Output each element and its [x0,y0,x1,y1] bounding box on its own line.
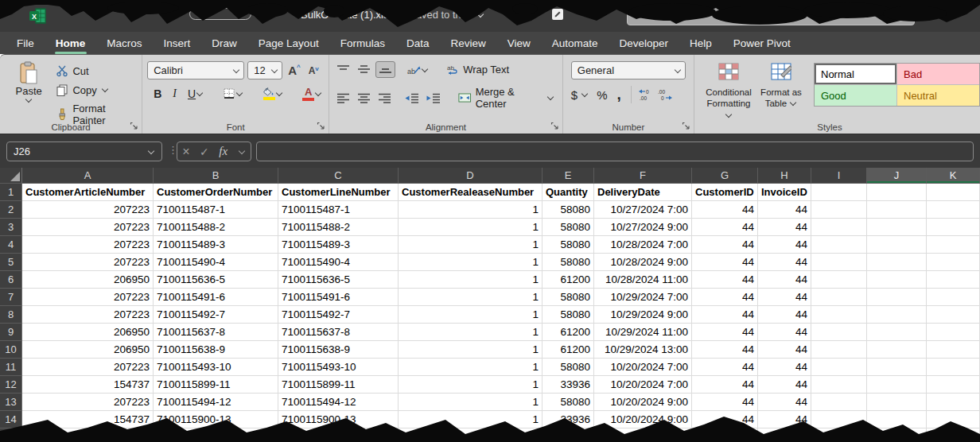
cell-A9[interactable]: 206950 [22,324,154,341]
cell-B7[interactable]: 7100115491-6 [154,289,278,306]
cell-F1[interactable]: DeliveryDate [594,184,692,201]
formula-input[interactable] [256,142,974,161]
cell-D3[interactable]: 1 [399,219,542,236]
tab-power-pivot[interactable]: Power Pivot [733,34,791,52]
style-good[interactable]: Good [815,85,896,106]
copy-button[interactable]: Copy [52,82,142,98]
cell-G2[interactable]: 44 [692,201,758,219]
cell-E5[interactable]: 58080 [542,254,594,271]
tab-page-layout[interactable]: Page Layout [258,34,320,52]
tab-home[interactable]: Home [55,34,87,52]
cell-I14[interactable] [811,411,867,428]
cell-J5[interactable] [867,254,927,271]
cell-C4[interactable]: 7100115489-3 [278,236,399,254]
cell-E8[interactable]: 58080 [542,306,594,324]
format-as-table-chevron-icon[interactable] [790,99,796,106]
cell-G6[interactable]: 44 [692,271,758,289]
cell-K8[interactable] [927,306,980,324]
insert-function-icon[interactable]: fx [219,145,228,158]
style-normal[interactable]: Normal [815,64,896,84]
cell-I11[interactable] [811,359,867,376]
copy-menu-chevron-icon[interactable] [101,86,107,92]
cell-I2[interactable] [811,201,867,219]
underline-button[interactable]: U [183,87,208,101]
cell-G8[interactable]: 44 [692,306,758,324]
cell-I10[interactable] [811,341,867,359]
cell-G9[interactable]: 44 [692,324,758,341]
cell-G5[interactable]: 44 [692,254,758,271]
cell-D13[interactable]: 1 [399,394,542,411]
cell-B2[interactable]: 7100115487-1 [154,201,278,219]
cell-E9[interactable]: 61200 [542,324,594,341]
bold-button[interactable]: B [149,87,166,101]
cell-J9[interactable] [867,324,927,341]
decrease-indent-button[interactable] [402,91,422,106]
cell-I13[interactable] [811,394,867,411]
editing-mode-icon[interactable] [551,8,564,21]
cell-D14[interactable]: 1 [399,411,542,428]
row-header-3[interactable]: 3 [0,219,22,236]
tab-formulas[interactable]: Formulas [340,34,386,52]
cell-J3[interactable] [867,219,927,236]
cell-H7[interactable]: 44 [758,289,811,306]
cell-I4[interactable] [811,236,867,254]
cell-K9[interactable] [927,324,980,341]
cell-D4[interactable]: 1 [399,236,542,254]
font-dialog-launcher[interactable] [317,122,325,130]
cell-B5[interactable]: 7100115490-4 [154,254,278,271]
cell-K14[interactable] [927,411,980,428]
cell-C5[interactable]: 7100115490-4 [278,254,399,271]
cell-I8[interactable] [811,306,867,324]
tab-developer[interactable]: Developer [619,34,670,52]
cell-J12[interactable] [867,376,927,394]
conditional-formatting-chevron-icon[interactable] [725,111,732,118]
column-header-H[interactable]: H [758,168,811,184]
row-header-11[interactable]: 11 [0,359,22,376]
cell-K12[interactable] [927,376,980,394]
align-center-button[interactable] [355,91,373,106]
increase-font-button[interactable]: A^ [286,64,303,77]
row-header-14[interactable]: 14 [0,411,22,428]
cell-G11[interactable]: 44 [692,359,758,376]
cell-H2[interactable]: 44 [758,201,811,219]
column-header-K[interactable]: K [927,168,980,184]
cell-H12[interactable]: 44 [758,376,811,394]
row-header-10[interactable]: 10 [0,341,22,359]
cell-F6[interactable]: 10/28/2024 11:00 [594,271,692,289]
cell-K1[interactable] [927,184,980,201]
tab-help[interactable]: Help [689,34,713,52]
font-color-chevron-icon[interactable] [315,90,321,96]
column-header-C[interactable]: C [278,168,399,184]
autosave-toggle[interactable] [189,8,251,20]
cell-K11[interactable] [927,359,980,376]
cancel-icon[interactable]: × [182,145,189,159]
cell-A2[interactable]: 207223 [22,201,154,219]
align-bottom-button[interactable] [375,61,395,78]
column-header-F[interactable]: F [594,168,692,184]
cell-E6[interactable]: 61200 [542,271,594,289]
tab-review[interactable]: Review [449,34,486,52]
cell-H4[interactable]: 44 [758,236,811,254]
cell-K10[interactable] [927,341,980,359]
row-header-4[interactable]: 4 [0,236,22,254]
column-header-D[interactable]: D [399,168,542,184]
cell-I3[interactable] [811,219,867,236]
cell-D1[interactable]: CustomerRealeaseNumber [399,184,542,201]
cell-C11[interactable]: 7100115493-10 [278,359,399,376]
cell-B14[interactable]: 7100115900-13 [154,411,278,428]
cell-I7[interactable] [811,289,867,306]
cell-H5[interactable]: 44 [758,254,811,271]
cell-H9[interactable]: 44 [758,324,811,341]
cell-E14[interactable]: 33936 [542,411,594,428]
font-color-button[interactable]: A [298,86,327,102]
cell-D2[interactable]: 1 [399,201,542,219]
row-header-6[interactable]: 6 [0,271,22,289]
font-size-select[interactable]: 12 [247,61,282,79]
cell-A1[interactable]: CustomerArticleNumber [22,184,154,201]
cell-C9[interactable]: 7100115637-8 [278,324,399,341]
tab-view[interactable]: View [507,34,531,52]
row-header-1[interactable]: 1 [0,184,22,201]
select-all-corner[interactable] [0,168,22,184]
column-header-B[interactable]: B [154,168,278,184]
row-header-5[interactable]: 5 [0,254,22,271]
